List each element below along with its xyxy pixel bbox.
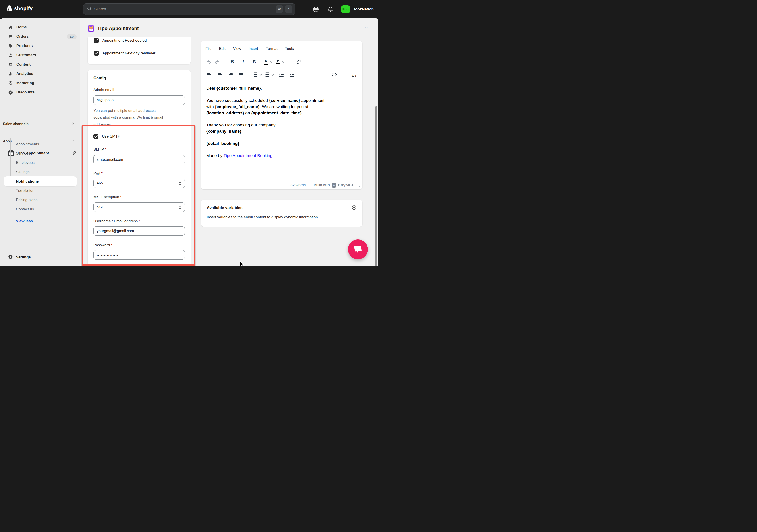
submenu-employees[interactable]: Employees	[0, 158, 80, 168]
account-menu[interactable]: Boo BookNation	[341, 5, 374, 13]
page-scrollbar-thumb[interactable]	[376, 106, 378, 266]
scroll-viewport: Appointment Rescheduled Appointment Next…	[80, 37, 378, 266]
link-icon[interactable]	[295, 58, 302, 66]
justify-icon[interactable]	[237, 71, 245, 78]
svg-text:T: T	[352, 72, 354, 77]
strikethrough-icon[interactable]: S	[251, 58, 258, 66]
sidebar-group-sales-channels[interactable]: Sales channels	[0, 120, 80, 128]
page-header: Tipo Appointment ⋯	[80, 18, 378, 37]
align-right-icon[interactable]	[227, 71, 234, 78]
highlight-color-dropdown-icon[interactable]	[282, 60, 285, 64]
admin-email-label: Admin email	[93, 88, 114, 92]
menu-format[interactable]: Format	[266, 47, 278, 51]
cmd-key: ⌘	[276, 5, 283, 13]
stepper-icon[interactable]	[178, 204, 182, 211]
smtp-label: SMTP*	[93, 147, 106, 152]
outdent-icon[interactable]	[278, 71, 285, 78]
editor-resize-handle[interactable]	[357, 184, 361, 188]
menu-tools[interactable]: Tools	[285, 47, 294, 51]
more-actions-button[interactable]: ⋯	[364, 24, 371, 31]
editor-content[interactable]: Dear {customer_full_name},You have succe…	[206, 85, 352, 165]
indent-icon[interactable]	[288, 71, 296, 78]
mail-encryption-select[interactable]: SSL	[93, 203, 185, 212]
menu-file[interactable]: File	[205, 47, 211, 51]
config-title: Config	[93, 76, 106, 80]
made-by-link[interactable]: Tipo Appointment Booking	[224, 153, 272, 158]
svg-text:2: 2	[253, 74, 254, 76]
submenu-notifications[interactable]: Notifications	[0, 177, 80, 186]
svg-text:x: x	[354, 75, 356, 77]
smtp-input[interactable]: smtp.gmail.com	[93, 155, 185, 164]
submenu-settings[interactable]: Settings	[0, 168, 80, 177]
port-label: Port*	[93, 171, 103, 176]
source-code-icon[interactable]	[330, 71, 338, 78]
checkbox-appointment-rescheduled[interactable]	[94, 38, 99, 43]
undo-icon[interactable]	[205, 58, 213, 66]
submenu-pricing-plans[interactable]: Pricing plans	[0, 195, 80, 204]
chat-widget-button[interactable]	[348, 239, 368, 259]
menu-edit[interactable]: Edit	[219, 47, 225, 51]
svg-text:3: 3	[253, 76, 254, 77]
checkbox-use-smtp[interactable]	[93, 134, 99, 139]
bullet-list-icon[interactable]	[263, 71, 271, 78]
stepper-icon[interactable]	[178, 181, 182, 187]
highlight-color-icon[interactable]	[274, 58, 282, 66]
home-icon	[8, 25, 13, 30]
app-shell: Home Orders 69 Products Customers Conten…	[0, 18, 378, 266]
sidebar-item-home[interactable]: Home	[0, 22, 80, 32]
sidebar-item-marketing[interactable]: Marketing	[0, 78, 80, 88]
redo-icon[interactable]	[213, 58, 221, 66]
menu-view[interactable]: View	[233, 47, 241, 51]
password-input[interactable]: •••••••••••••••	[93, 250, 185, 260]
view-less-link[interactable]: View less	[0, 217, 80, 226]
sidebar-item-customers[interactable]: Customers	[0, 50, 80, 60]
submenu-appointments[interactable]: Appointments	[0, 140, 80, 149]
numbered-list-icon[interactable]: 123	[252, 71, 259, 78]
admin-email-input[interactable]: hi@tipo.io	[93, 95, 185, 105]
store-name: BookNation	[352, 7, 374, 12]
sidebar-item-content[interactable]: Content	[0, 60, 80, 69]
menu-insert[interactable]: Insert	[249, 47, 258, 51]
search-input[interactable]: Search ⌘ K	[83, 3, 295, 15]
align-center-icon[interactable]	[216, 71, 224, 78]
tinymce-logo-icon: ◈	[332, 183, 336, 188]
k-key: K	[285, 5, 292, 13]
text-color-icon[interactable]: A	[262, 58, 270, 66]
submenu-translation[interactable]: Translation	[0, 186, 80, 195]
sidebar-item-products[interactable]: Products	[0, 41, 80, 50]
mail-encryption-label: Mail Encryption*	[93, 195, 122, 200]
sidebar-nav: Home Orders 69 Products Customers Conten…	[0, 22, 80, 97]
topbar: shopify Search ⌘ K Boo BookNation	[0, 0, 378, 18]
config-card: Config Admin email hi@tipo.io You can pu…	[88, 70, 191, 266]
shopify-logo[interactable]: shopify	[7, 5, 33, 12]
sidebar-item-discounts[interactable]: Discounts	[0, 88, 80, 97]
sidebar-item-analytics[interactable]: Analytics	[0, 69, 80, 78]
italic-icon[interactable]: I	[239, 58, 247, 66]
topbar-actions: Boo BookNation	[312, 0, 374, 18]
checkbox-appointment-next-day-reminder[interactable]	[94, 51, 99, 56]
bold-icon[interactable]: B	[228, 58, 236, 66]
clear-formatting-icon[interactable]: Tx	[350, 71, 358, 78]
submenu-services[interactable]: Services	[0, 149, 80, 158]
align-left-icon[interactable]	[205, 71, 213, 78]
bullet-list-dropdown-icon[interactable]	[271, 73, 274, 77]
sidebar-item-settings[interactable]: Settings	[0, 253, 80, 262]
username-input[interactable]: yourgmail@gmail.com	[93, 226, 185, 236]
assistant-icon[interactable]	[312, 5, 320, 13]
content-icon	[8, 62, 13, 67]
admin-email-help: You can put multiple email addresses sep…	[93, 107, 163, 128]
port-select[interactable]: 465	[93, 178, 185, 188]
editor-statusbar: 32 words Build with ◈ tinyMCE	[201, 181, 362, 189]
submenu-contact-us[interactable]: Contact us	[0, 204, 80, 214]
word-count: 32 words	[290, 183, 306, 187]
use-smtp-row: Use SMTP	[93, 134, 120, 139]
editor-toolbar-row2: 123 Tx	[205, 71, 358, 78]
numbered-list-dropdown-icon[interactable]	[259, 73, 262, 77]
available-variables-description: Insert variables to the email content to…	[207, 215, 357, 219]
notifications-bell-icon[interactable]	[326, 5, 334, 13]
notification-row-rescheduled: Appointment Rescheduled	[94, 38, 146, 43]
eye-icon[interactable]	[351, 204, 357, 211]
sidebar-item-orders[interactable]: Orders 69	[0, 32, 80, 41]
build-with-tinymce[interactable]: Build with ◈ tinyMCE	[314, 183, 355, 188]
text-color-dropdown-icon[interactable]	[270, 60, 273, 64]
